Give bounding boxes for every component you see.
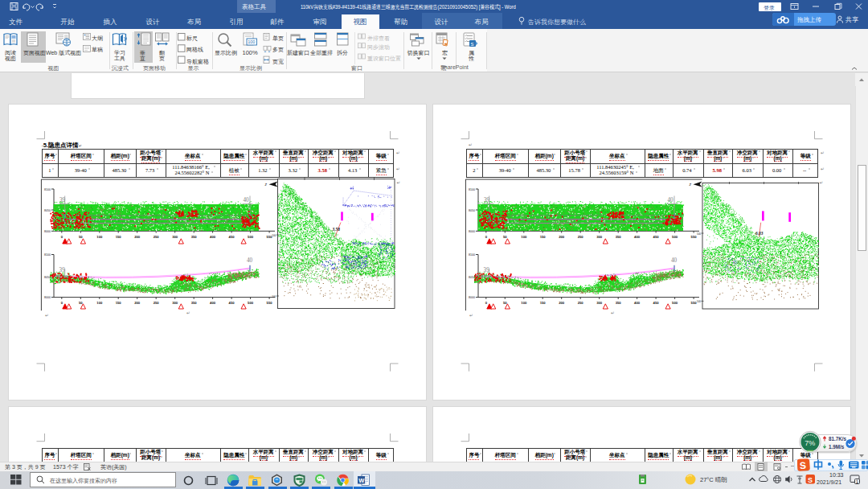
- svg-text:8100: 8100: [44, 253, 51, 257]
- svg-text:500: 500: [272, 234, 276, 237]
- svg-text:100: 100: [96, 301, 103, 305]
- svg-text:300: 300: [596, 301, 603, 305]
- svg-text:81.7K/s: 81.7K/s: [829, 436, 847, 442]
- svg-text:500: 500: [272, 295, 276, 298]
- svg-text:250: 250: [154, 301, 160, 305]
- svg-text:8000: 8000: [44, 230, 51, 233]
- svg-text:500: 500: [672, 301, 678, 305]
- svg-text:8050: 8050: [44, 209, 51, 212]
- svg-text:39: 39: [484, 267, 490, 273]
- svg-text:8100: 8100: [44, 188, 51, 191]
- svg-text:150: 150: [116, 235, 122, 239]
- svg-text:200: 200: [559, 301, 565, 305]
- svg-text:150: 150: [116, 301, 122, 305]
- svg-text:100: 100: [96, 235, 103, 239]
- svg-text:500: 500: [697, 300, 701, 303]
- svg-text:500: 500: [248, 301, 254, 305]
- svg-text:1: 1: [856, 479, 858, 484]
- svg-text:0: 0: [485, 301, 488, 305]
- svg-text:50: 50: [79, 301, 83, 305]
- svg-text:40: 40: [247, 257, 253, 264]
- svg-text:400: 400: [210, 301, 216, 305]
- svg-text:500: 500: [248, 235, 254, 239]
- svg-text:250: 250: [578, 301, 584, 305]
- svg-text:0: 0: [485, 235, 488, 239]
- svg-text:500: 500: [672, 235, 678, 239]
- svg-text:200: 200: [134, 301, 141, 305]
- svg-text:450: 450: [653, 235, 660, 239]
- svg-text:200: 200: [559, 235, 565, 239]
- svg-text:40: 40: [244, 197, 250, 203]
- svg-text:250: 250: [154, 235, 160, 239]
- svg-text:300: 300: [172, 301, 178, 305]
- svg-text:100: 100: [521, 235, 527, 239]
- svg-text:50: 50: [79, 235, 83, 239]
- svg-text:150: 150: [540, 301, 547, 305]
- svg-text:450: 450: [229, 301, 235, 305]
- svg-text:50: 50: [503, 301, 507, 305]
- svg-text:39: 39: [59, 197, 66, 203]
- svg-text:0: 0: [61, 301, 63, 305]
- svg-text:250: 250: [578, 235, 584, 239]
- svg-text:100: 100: [521, 301, 527, 305]
- svg-text:350: 350: [191, 235, 198, 239]
- svg-text:450: 450: [653, 301, 660, 305]
- svg-text:550: 550: [267, 301, 273, 305]
- svg-text:8050: 8050: [469, 276, 475, 279]
- svg-text:350: 350: [616, 301, 622, 305]
- svg-text:W: W: [358, 477, 365, 484]
- svg-text:400: 400: [210, 235, 216, 239]
- svg-text:500: 500: [697, 232, 701, 236]
- svg-text:S: S: [808, 476, 813, 484]
- svg-text:150: 150: [540, 235, 547, 239]
- svg-text:350: 350: [616, 235, 622, 239]
- svg-text:7%: 7%: [805, 439, 815, 447]
- svg-text:z: z: [264, 182, 268, 187]
- svg-text:400: 400: [634, 235, 641, 239]
- svg-text:40: 40: [668, 197, 674, 203]
- svg-text:1.9M/s: 1.9M/s: [829, 444, 845, 450]
- svg-text:8000: 8000: [44, 296, 51, 299]
- svg-text:8000: 8000: [469, 230, 475, 233]
- svg-text:6.03: 6.03: [755, 231, 764, 236]
- svg-text:200: 200: [134, 235, 141, 239]
- svg-text:50: 50: [503, 235, 507, 239]
- svg-text:3.58: 3.58: [332, 227, 341, 232]
- svg-text:400: 400: [634, 301, 641, 305]
- svg-text:40: 40: [671, 257, 678, 264]
- svg-text:0: 0: [61, 235, 63, 239]
- svg-text:8050: 8050: [44, 276, 51, 279]
- svg-text:300: 300: [172, 235, 178, 239]
- svg-text:8100: 8100: [469, 253, 475, 257]
- svg-text:39: 39: [484, 197, 490, 203]
- svg-text:300: 300: [596, 235, 603, 239]
- svg-text:z: z: [689, 182, 692, 187]
- svg-text:39: 39: [59, 267, 66, 273]
- svg-text:450: 450: [229, 235, 235, 239]
- svg-text:350: 350: [191, 301, 198, 305]
- svg-text:8000: 8000: [469, 296, 475, 299]
- svg-text:S: S: [800, 460, 807, 471]
- svg-text:8050: 8050: [469, 209, 475, 212]
- svg-text:8100: 8100: [469, 188, 475, 191]
